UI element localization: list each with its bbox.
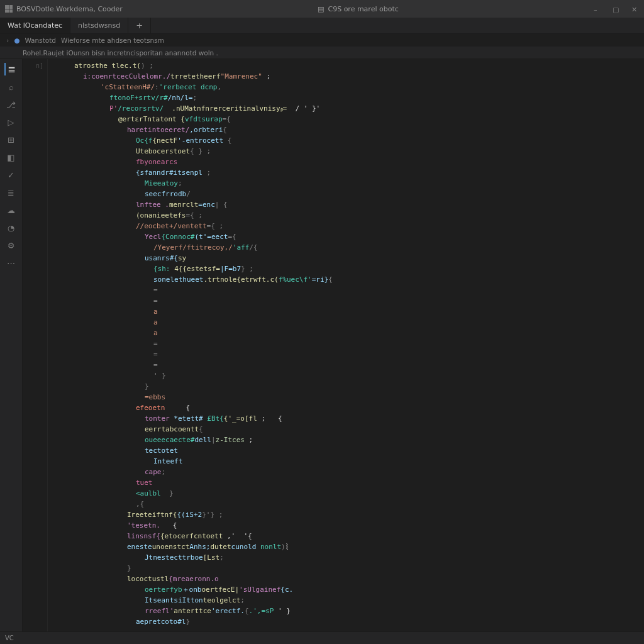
settings-icon[interactable]: ⚙: [5, 239, 18, 252]
code-editor[interactable]: atrosthe tlec.t() ;i:coenrtcecCulelomr./…: [48, 59, 644, 631]
code-line: usanrs#{sy: [48, 253, 644, 264]
code-line: {sh: 4{{estetsf=|F=b7} ;: [48, 264, 644, 274]
file-icon: ▤: [318, 5, 324, 13]
code-line: Inteeft: [48, 456, 644, 467]
code-line: rreefl'anterttce'erectf.{.',=sP ' }: [48, 606, 644, 616]
breadcrumb: › ● Wanstotd Wieforse mte ahdsen teotsns…: [0, 34, 644, 47]
code-line: =: [48, 285, 644, 296]
code-line: haretintoeeret/,orbteri{: [48, 125, 644, 135]
code-line: =: [48, 296, 644, 306]
code-line: =: [48, 338, 644, 349]
extensions-icon[interactable]: ⊞: [5, 133, 18, 146]
code-line: tuet: [48, 477, 644, 488]
titlebar-left-text: BOSVDotle.Workdema, Cooder: [16, 5, 123, 13]
chevron-right-icon: ›: [6, 36, 9, 44]
code-line: P'/recorsrtv/ .nUMatnfnrerceritinalvnisy…: [48, 103, 644, 114]
code-line: i:coenrtcecCulelomr./trretetheerf"Mamren…: [48, 71, 644, 82]
code-line: =ebbs: [48, 392, 644, 402]
tab-add-button[interactable]: +: [128, 18, 151, 33]
minimize-icon[interactable]: –: [594, 6, 600, 12]
code-line: lococtustl{mreaeronn.o: [48, 574, 644, 584]
code-line: ItseantsiIttonteolgelct;: [48, 595, 644, 606]
code-line: aepretcoto#l}: [48, 616, 644, 627]
tab-label: Wat lOcandatec: [8, 21, 62, 30]
code-line: ,{: [48, 499, 644, 509]
tab-row: Wat lOcandatec nlstsdwsnsd +: [0, 18, 644, 34]
db-icon[interactable]: ≣: [5, 186, 18, 199]
code-line: 'cStatteenH#/:'rerbecet dcnp,: [48, 82, 644, 92]
maximize-icon[interactable]: ▢: [613, 6, 619, 12]
code-line: <aulbl }: [48, 488, 644, 499]
code-line: eerrtabcoentt{: [48, 424, 644, 435]
code-line: //eocbet+/ventett={ ;: [48, 221, 644, 231]
code-line: fbyonearcs: [48, 157, 644, 167]
breadcrumb-seg-2[interactable]: Wieforse mte ahdsen teotsnsm: [61, 36, 164, 44]
dot-icon: ●: [14, 36, 19, 44]
tab-0[interactable]: Wat lOcandatec: [0, 18, 70, 33]
code-line: atrosthe tlec.t() ;: [48, 60, 644, 71]
editor-wrap: n] atrosthe tlec.t() ;i:coenrtcecCulelom…: [23, 59, 644, 631]
code-line: {sfanndr#itsenpl ;: [48, 167, 644, 178]
tab-1[interactable]: nlstsdwsnsd: [70, 18, 128, 33]
line-gutter: n]: [23, 59, 48, 631]
cloud-icon[interactable]: ☁: [5, 204, 18, 216]
code-line: }: [48, 563, 644, 574]
account-icon[interactable]: ◔: [5, 221, 18, 234]
code-line: Ireeteiftnf{{(iS+2}'} ;: [48, 509, 644, 520]
code-line: 'tesetn. {: [48, 520, 644, 531]
code-line: sonelethueet.trtnole{etrwft.c(f%uec\f'=r…: [48, 274, 644, 285]
status-bar: VC: [0, 631, 644, 644]
code-line: efeoetn {: [48, 402, 644, 413]
code-line: @ertɛrTntatont {vfdtsurǝp={: [48, 114, 644, 125]
code-line: enesteunoenstctAnhs;dutetcunold nonlt)⦚: [48, 541, 644, 552]
code-line: oerterfyb＋onboertfecE|'sUlgainef{c.: [48, 584, 644, 595]
more-icon[interactable]: ⋯: [5, 257, 18, 269]
code-line: a: [48, 317, 644, 328]
main-split: 𝌆⌕⎇▷⊞◧✓≣☁◔⚙⋯ n] atrosthe tlec.t() ;i:coe…: [0, 59, 644, 631]
activity-bar: 𝌆⌕⎇▷⊞◧✓≣☁◔⚙⋯: [0, 59, 23, 631]
code-line: ftonoF+srtv/r#/nh/l=;: [48, 92, 644, 103]
scm-icon[interactable]: ⎇: [5, 98, 18, 111]
app-logo-icon: [5, 5, 13, 13]
code-line: linsnsf{{etocerfcntoett ,' '{: [48, 531, 644, 541]
code-line: a: [48, 306, 644, 317]
close-icon[interactable]: ✕: [631, 6, 638, 12]
remote-icon[interactable]: ◧: [5, 151, 18, 164]
code-line: a: [48, 328, 644, 338]
code-line: seecfrrodb/: [48, 189, 644, 199]
secondary-bar-text: Rohel.Raujet iOunsn bisn incretncisporit…: [23, 49, 218, 57]
files-icon[interactable]: 𝌆: [4, 63, 17, 75]
code-line: ' }: [48, 370, 644, 381]
test-icon[interactable]: ✓: [5, 169, 18, 181]
code-line: Utebocerstoet{ } ;: [48, 146, 644, 157]
code-line: Jtnestecttrboe[Lst;: [48, 552, 644, 563]
code-line: }: [48, 381, 644, 392]
gutter-first: n]: [23, 60, 43, 71]
breadcrumb-seg-1[interactable]: Wanstotd: [25, 36, 56, 44]
code-line: lnftee .menrclt=enc| {: [48, 199, 644, 210]
code-line: /Yeyerf/ftitrecoy,/'aff/{: [48, 242, 644, 253]
code-line: oueeecaecte#dell|z-Itces ;: [48, 435, 644, 445]
plus-icon: +: [136, 21, 143, 30]
code-line: tectotet: [48, 445, 644, 456]
code-line: Mieeatoy;: [48, 178, 644, 189]
status-left[interactable]: VC: [5, 635, 14, 641]
code-line: Yecl{Connoc#(t'=eect={: [48, 231, 644, 242]
code-line: =: [48, 360, 644, 370]
code-line: =: [48, 349, 644, 360]
debug-icon[interactable]: ▷: [5, 116, 18, 128]
secondary-bar: Rohel.Raujet iOunsn bisn incretncisporit…: [0, 47, 644, 59]
code-line: tonter *etett# £Bt{{'_=o[fl ; {: [48, 413, 644, 424]
code-line: cape;: [48, 467, 644, 477]
code-line: (onanieetefs={ ;: [48, 210, 644, 221]
titlebar-center-text: C9S ore marel obotc: [328, 5, 398, 13]
search-icon[interactable]: ⌕: [5, 80, 18, 93]
tab-label: nlstsdwsnsd: [78, 21, 120, 30]
window-titlebar: BOSVDotle.Workdema, Cooder ▤ C9S ore mar…: [0, 0, 644, 18]
code-line: Oc{f{nectF'-entrocett {: [48, 135, 644, 146]
